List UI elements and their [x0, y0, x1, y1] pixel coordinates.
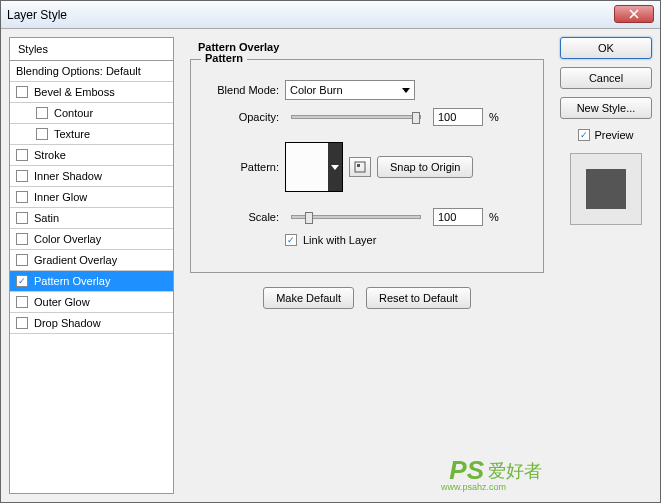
styles-item-bevel-emboss[interactable]: Bevel & Emboss	[10, 82, 173, 103]
close-button[interactable]	[614, 5, 654, 23]
style-item-label: Drop Shadow	[34, 317, 101, 329]
opacity-slider-thumb[interactable]	[412, 112, 420, 124]
new-style-button[interactable]: New Style...	[560, 97, 652, 119]
styles-item-texture[interactable]: Texture	[10, 124, 173, 145]
scale-input[interactable]	[433, 208, 483, 226]
style-item-label: Texture	[54, 128, 90, 140]
pattern-fieldset: Pattern Blend Mode: Color Burn Opacity: …	[190, 59, 544, 273]
main-panel: Pattern Overlay Pattern Blend Mode: Colo…	[182, 37, 552, 494]
style-item-label: Contour	[54, 107, 93, 119]
style-checkbox[interactable]	[16, 191, 28, 203]
snap-to-origin-button[interactable]: Snap to Origin	[377, 156, 473, 178]
style-item-label: Pattern Overlay	[34, 275, 110, 287]
style-checkbox[interactable]	[16, 149, 28, 161]
style-checkbox[interactable]	[16, 254, 28, 266]
preview-label: Preview	[594, 129, 633, 141]
window-title: Layer Style	[7, 8, 67, 22]
svg-rect-1	[357, 164, 360, 167]
layer-style-window: Layer Style Styles Blending Options: Def…	[0, 0, 661, 503]
titlebar: Layer Style	[1, 1, 660, 29]
styles-item-satin[interactable]: Satin	[10, 208, 173, 229]
blend-mode-value: Color Burn	[290, 84, 343, 96]
blend-mode-row: Blend Mode: Color Burn	[205, 80, 529, 100]
default-buttons-row: Make Default Reset to Default	[190, 287, 544, 309]
style-item-label: Stroke	[34, 149, 66, 161]
styles-header[interactable]: Styles	[10, 38, 173, 61]
preview-swatch	[586, 169, 626, 209]
new-preset-icon	[354, 161, 366, 173]
style-checkbox[interactable]	[16, 212, 28, 224]
opacity-row: Opacity: %	[205, 108, 529, 126]
styles-item-stroke[interactable]: Stroke	[10, 145, 173, 166]
pattern-label: Pattern:	[205, 161, 279, 173]
styles-item-pattern-overlay[interactable]: ✓Pattern Overlay	[10, 271, 173, 292]
styles-item-color-overlay[interactable]: Color Overlay	[10, 229, 173, 250]
styles-panel: Styles Blending Options: Default Bevel &…	[9, 37, 174, 494]
blend-mode-select[interactable]: Color Burn	[285, 80, 415, 100]
blend-mode-label: Blend Mode:	[205, 84, 279, 96]
scale-slider-thumb[interactable]	[305, 212, 313, 224]
style-checkbox[interactable]	[16, 86, 28, 98]
cancel-button[interactable]: Cancel	[560, 67, 652, 89]
scale-label: Scale:	[205, 211, 279, 223]
opacity-label: Opacity:	[205, 111, 279, 123]
scale-slider[interactable]	[291, 215, 421, 219]
style-checkbox[interactable]	[16, 296, 28, 308]
chevron-down-icon	[331, 165, 339, 170]
style-checkbox[interactable]	[36, 128, 48, 140]
preview-row: ✓ Preview	[560, 129, 652, 141]
dialog-body: Styles Blending Options: Default Bevel &…	[1, 29, 660, 502]
close-icon	[629, 9, 639, 19]
style-item-label: Satin	[34, 212, 59, 224]
style-checkbox[interactable]: ✓	[16, 275, 28, 287]
watermark-text: 爱好者	[488, 459, 542, 483]
scale-unit: %	[489, 211, 499, 223]
blending-options-label: Blending Options: Default	[16, 65, 141, 77]
styles-item-outer-glow[interactable]: Outer Glow	[10, 292, 173, 313]
blending-options-row[interactable]: Blending Options: Default	[10, 61, 173, 82]
style-item-label: Bevel & Emboss	[34, 86, 115, 98]
opacity-input[interactable]	[433, 108, 483, 126]
pattern-row: Pattern: Snap to Origin	[205, 142, 529, 192]
link-with-layer-label: Link with Layer	[303, 234, 376, 246]
fieldset-legend: Pattern	[201, 52, 247, 64]
link-with-layer-row: ✓ Link with Layer	[285, 234, 529, 246]
preview-box	[570, 153, 642, 225]
ok-button[interactable]: OK	[560, 37, 652, 59]
preview-checkbox[interactable]: ✓	[578, 129, 590, 141]
style-item-label: Inner Shadow	[34, 170, 102, 182]
scale-row: Scale: %	[205, 208, 529, 226]
pattern-dropdown[interactable]	[328, 143, 342, 191]
new-preset-button[interactable]	[349, 157, 371, 177]
style-item-label: Inner Glow	[34, 191, 87, 203]
chevron-down-icon	[402, 88, 410, 93]
styles-item-drop-shadow[interactable]: Drop Shadow	[10, 313, 173, 334]
style-item-label: Outer Glow	[34, 296, 90, 308]
styles-item-inner-glow[interactable]: Inner Glow	[10, 187, 173, 208]
style-item-label: Color Overlay	[34, 233, 101, 245]
opacity-slider[interactable]	[291, 115, 421, 119]
watermark-url: www.psahz.com	[441, 482, 506, 492]
pattern-preview-icon	[286, 143, 328, 191]
style-checkbox[interactable]	[16, 317, 28, 329]
style-checkbox[interactable]	[36, 107, 48, 119]
make-default-button[interactable]: Make Default	[263, 287, 354, 309]
style-item-label: Gradient Overlay	[34, 254, 117, 266]
pattern-picker[interactable]	[285, 142, 343, 192]
styles-item-inner-shadow[interactable]: Inner Shadow	[10, 166, 173, 187]
link-with-layer-checkbox[interactable]: ✓	[285, 234, 297, 246]
reset-to-default-button[interactable]: Reset to Default	[366, 287, 471, 309]
right-panel: OK Cancel New Style... ✓ Preview	[560, 37, 652, 494]
style-checkbox[interactable]	[16, 170, 28, 182]
opacity-unit: %	[489, 111, 499, 123]
panel-title: Pattern Overlay	[198, 41, 544, 53]
styles-item-contour[interactable]: Contour	[10, 103, 173, 124]
style-checkbox[interactable]	[16, 233, 28, 245]
styles-item-gradient-overlay[interactable]: Gradient Overlay	[10, 250, 173, 271]
